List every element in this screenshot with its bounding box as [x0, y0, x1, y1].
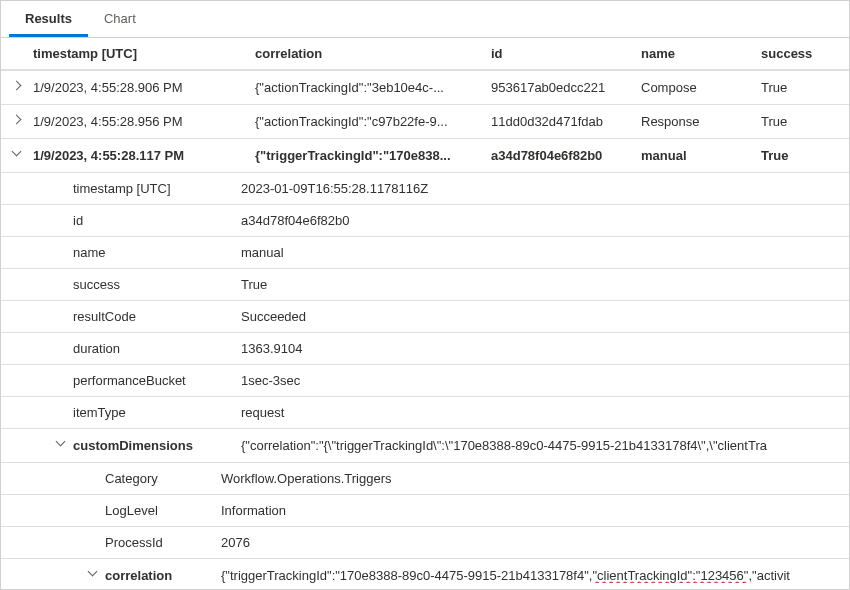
header-name[interactable]: name: [641, 46, 761, 61]
chevron-down-icon[interactable]: [10, 147, 24, 161]
header-timestamp[interactable]: timestamp [UTC]: [33, 46, 255, 61]
correlation-text-pre: {"triggerTrackingId":"170e8388-89c0-4475…: [221, 568, 592, 583]
detail-value: {"correlation":"{\"triggerTrackingId\":\…: [241, 438, 849, 453]
detail-value: 2023-01-09T16:55:28.1178116Z: [241, 181, 849, 196]
detail-value: manual: [241, 245, 849, 260]
tab-chart[interactable]: Chart: [88, 1, 152, 37]
cell-timestamp: 1/9/2023, 4:55:28.117 PM: [33, 148, 255, 163]
cell-timestamp: 1/9/2023, 4:55:28.906 PM: [33, 80, 255, 95]
column-headers: timestamp [UTC] correlation id name succ…: [1, 38, 849, 70]
detail-row: ProcessId 2076: [1, 527, 849, 559]
cell-success: True: [761, 148, 849, 163]
detail-row-customdimensions[interactable]: customDimensions {"correlation":"{\"trig…: [1, 429, 849, 463]
cell-timestamp: 1/9/2023, 4:55:28.956 PM: [33, 114, 255, 129]
cell-id: a34d78f04e6f82b0: [491, 148, 641, 163]
table-row-expanded[interactable]: 1/9/2023, 4:55:28.117 PM {"triggerTracki…: [1, 139, 849, 173]
detail-row-correlation[interactable]: correlation {"triggerTrackingId":"170e83…: [1, 559, 849, 590]
detail-key: id: [73, 213, 241, 228]
detail-key: resultCode: [73, 309, 241, 324]
header-id[interactable]: id: [491, 46, 641, 61]
detail-key: itemType: [73, 405, 241, 420]
detail-row: timestamp [UTC] 2023-01-09T16:55:28.1178…: [1, 173, 849, 205]
detail-value: {"triggerTrackingId":"170e8388-89c0-4475…: [221, 568, 849, 583]
cell-name: manual: [641, 148, 761, 163]
detail-row: success True: [1, 269, 849, 301]
detail-row: id a34d78f04e6f82b0: [1, 205, 849, 237]
cell-correlation: {"triggerTrackingId":"170e838...: [255, 148, 491, 163]
detail-row: name manual: [1, 237, 849, 269]
detail-value: 2076: [221, 535, 849, 550]
tab-results[interactable]: Results: [9, 1, 88, 37]
detail-key: duration: [73, 341, 241, 356]
cell-correlation: {"actionTrackingId":"c97b22fe-9...: [255, 114, 491, 129]
detail-row: duration 1363.9104: [1, 333, 849, 365]
detail-key: customDimensions: [73, 438, 241, 453]
tabs: Results Chart: [1, 1, 849, 38]
detail-value: 1363.9104: [241, 341, 849, 356]
chevron-down-icon[interactable]: [54, 437, 68, 451]
detail-row: resultCode Succeeded: [1, 301, 849, 333]
detail-value: Information: [221, 503, 849, 518]
table-row[interactable]: 1/9/2023, 4:55:28.956 PM {"actionTrackin…: [1, 105, 849, 139]
detail-key: name: [73, 245, 241, 260]
detail-value: request: [241, 405, 849, 420]
cell-id: 953617ab0edcc221: [491, 80, 641, 95]
correlation-text-post: ,"activit: [748, 568, 789, 583]
detail-value: Succeeded: [241, 309, 849, 324]
detail-key: performanceBucket: [73, 373, 241, 388]
detail-key: timestamp [UTC]: [73, 181, 241, 196]
header-correlation[interactable]: correlation: [255, 46, 491, 61]
chevron-right-icon[interactable]: [10, 113, 24, 127]
header-success[interactable]: success: [761, 46, 849, 61]
chevron-down-icon[interactable]: [86, 567, 100, 581]
detail-row: Category Workflow.Operations.Triggers: [1, 463, 849, 495]
cell-success: True: [761, 80, 849, 95]
chevron-right-icon[interactable]: [10, 79, 24, 93]
cell-success: True: [761, 114, 849, 129]
detail-row: LogLevel Information: [1, 495, 849, 527]
detail-row: itemType request: [1, 397, 849, 429]
correlation-text-highlight: "clientTrackingId":"123456": [592, 568, 748, 583]
cell-id: 11dd0d32d471fdab: [491, 114, 641, 129]
detail-key: success: [73, 277, 241, 292]
detail-key: Category: [105, 471, 221, 486]
detail-key: LogLevel: [105, 503, 221, 518]
cell-name: Response: [641, 114, 761, 129]
detail-value: 1sec-3sec: [241, 373, 849, 388]
detail-key: correlation: [105, 568, 221, 583]
detail-row: performanceBucket 1sec-3sec: [1, 365, 849, 397]
detail-key: ProcessId: [105, 535, 221, 550]
cell-correlation: {"actionTrackingId":"3eb10e4c-...: [255, 80, 491, 95]
cell-name: Compose: [641, 80, 761, 95]
detail-value: a34d78f04e6f82b0: [241, 213, 849, 228]
detail-value: True: [241, 277, 849, 292]
detail-value: Workflow.Operations.Triggers: [221, 471, 849, 486]
table-row[interactable]: 1/9/2023, 4:55:28.906 PM {"actionTrackin…: [1, 70, 849, 105]
